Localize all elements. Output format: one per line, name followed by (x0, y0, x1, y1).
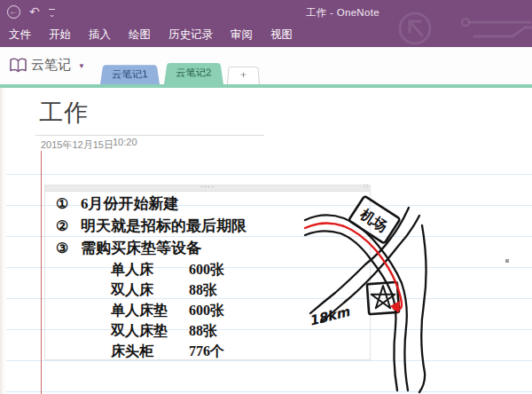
section-tab-yunbiji1[interactable]: 云笔记1 (100, 65, 160, 84)
equipment-name: 双人床 (111, 280, 189, 300)
road-stroke (305, 215, 408, 390)
notebook-icon (9, 57, 27, 74)
equipment-qty: 600张 (189, 262, 224, 277)
ribbon-tab-review[interactable]: 审阅 (231, 28, 253, 43)
quick-access-toolbar: ← ↶ ⌄ (7, 5, 55, 19)
equipment-qty: 88张 (189, 323, 217, 338)
customize-quick-access-icon[interactable]: ⌄ (49, 9, 56, 19)
note-text: 需购买床垫等设备 (81, 240, 201, 256)
drag-handle-icon[interactable]: ···· (200, 182, 215, 191)
selection-handle-dot (505, 259, 509, 263)
page-date: 2015年12月15日 (41, 138, 113, 152)
list-marker: ① (56, 193, 81, 215)
equipment-qty: 88张 (189, 282, 217, 297)
equipment-qty: 600张 (189, 303, 224, 318)
list-marker: ③ (56, 237, 81, 259)
equipment-name: 床头柜 (111, 341, 189, 361)
window-title: 工作 - OneNote (306, 6, 379, 20)
section-tab-yunbiji2-active[interactable]: 云笔记2 (164, 63, 223, 84)
page-time: 10:20 (113, 137, 137, 147)
back-icon[interactable]: ← (7, 5, 20, 19)
red-margin-line (41, 151, 42, 394)
ribbon-tab-history[interactable]: 历史记录 (168, 28, 213, 43)
distance-label: 18km (308, 303, 353, 329)
ribbon-tab-bar: 文件 开始 插入 绘图 历史记录 审阅 视图 (9, 28, 293, 43)
page-title[interactable]: 工作 (39, 97, 89, 129)
equipment-name: 双人床垫 (111, 320, 189, 341)
equipment-name: 单人床垫 (111, 300, 189, 320)
notebook-nav-row: 云笔记 ▼ 云笔记1 云笔记2 + (0, 47, 532, 84)
list-marker: ② (56, 215, 81, 237)
page-stack-edge (0, 88, 6, 394)
ribbon-tab-file[interactable]: 文件 (9, 28, 31, 43)
chevron-down-icon[interactable]: ▼ (78, 62, 85, 70)
undo-icon[interactable]: ↶ (29, 5, 40, 19)
ribbon-tab-view[interactable]: 视图 (270, 28, 293, 43)
titlebar: ← ↶ ⌄ 工作 - OneNote 文件 开始 插入 绘图 历史记录 审阅 视… (0, 0, 532, 47)
titlebar-decoration (381, 0, 532, 47)
ribbon-tab-draw[interactable]: 绘图 (129, 28, 151, 43)
equipment-name: 单人床 (111, 259, 189, 280)
ribbon-tab-home[interactable]: 开始 (49, 28, 71, 43)
road-stroke (419, 225, 426, 392)
page-canvas[interactable]: 工作 2015年12月15日 10:20 ···· ∷ ①6月份开始新建 ②明天… (0, 88, 532, 394)
title-separator (35, 135, 264, 136)
add-section-button[interactable]: + (227, 67, 260, 84)
ribbon-tab-insert[interactable]: 插入 (89, 28, 111, 43)
ink-map-sketch[interactable]: 机场 18km (301, 188, 434, 394)
section-tab-bar: 云笔记1 云笔记2 + (100, 60, 260, 84)
note-text: 6月份开始新建 (81, 195, 179, 212)
onenote-window: ← ↶ ⌄ 工作 - OneNote 文件 开始 插入 绘图 历史记录 审阅 视… (0, 0, 532, 394)
equipment-qty: 776个 (189, 343, 224, 359)
star-icon (372, 286, 395, 308)
note-text: 明天就是招标的最后期限 (81, 217, 246, 234)
notebook-dropdown[interactable]: 云笔记 (31, 57, 71, 74)
